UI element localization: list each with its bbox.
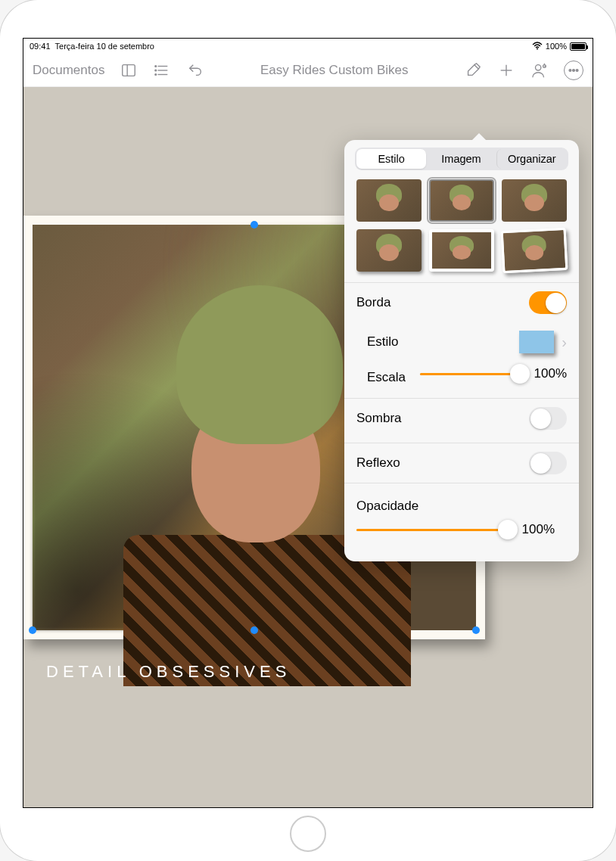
reflection-label: Reflexo	[356, 455, 529, 471]
border-label: Borda	[356, 295, 529, 310]
format-brush-icon[interactable]	[464, 61, 482, 79]
opacity-label-row: Opacidade	[356, 491, 567, 514]
collaborate-icon[interactable]	[530, 61, 549, 79]
style-presets	[344, 179, 579, 278]
tab-style[interactable]: Estilo	[356, 149, 426, 169]
status-bar: 09:41 Terça-feira 10 de setembro 100%	[23, 39, 593, 54]
svg-point-16	[573, 69, 575, 71]
svg-point-17	[576, 69, 578, 71]
opacity-slider[interactable]	[356, 518, 508, 541]
screen: 09:41 Terça-feira 10 de setembro 100% Do…	[23, 38, 593, 808]
format-panel: Estilo Imagem Organizar Borda	[344, 140, 579, 561]
shadow-row: Sombra	[344, 398, 579, 438]
shadow-label: Sombra	[356, 411, 529, 426]
opacity-label: Opacidade	[356, 499, 567, 514]
svg-point-11	[536, 64, 541, 70]
resize-handle[interactable]	[472, 626, 480, 634]
resize-handle[interactable]	[29, 626, 36, 634]
svg-point-6	[155, 65, 157, 67]
preset-6[interactable]	[501, 228, 568, 273]
chevron-right-icon: ›	[562, 334, 567, 351]
battery-percent: 100%	[546, 42, 567, 51]
ipad-frame: 09:41 Terça-feira 10 de setembro 100% Do…	[0, 0, 616, 861]
preset-5[interactable]	[429, 229, 494, 272]
reflection-toggle[interactable]	[529, 452, 567, 474]
document-title[interactable]: Easy Rides Custom Bikes	[219, 63, 449, 78]
status-time: 09:41	[30, 42, 51, 51]
tab-arrange[interactable]: Organizar	[496, 149, 567, 169]
status-date: Terça-feira 10 de setembro	[55, 42, 154, 51]
svg-point-0	[537, 48, 538, 49]
outline-icon[interactable]	[153, 61, 171, 79]
app-toolbar: Documentos Easy Rides Custom Bikes	[23, 54, 593, 87]
border-toggle[interactable]	[529, 291, 567, 314]
scale-slider[interactable]	[420, 362, 520, 385]
shadow-toggle[interactable]	[529, 407, 567, 430]
insert-plus-icon[interactable]	[497, 61, 515, 79]
more-icon[interactable]	[564, 61, 583, 80]
preset-1[interactable]	[356, 179, 422, 222]
documents-back-button[interactable]: Documentos	[33, 63, 104, 78]
preset-4[interactable]	[356, 229, 422, 272]
svg-rect-1	[123, 64, 135, 76]
svg-point-8	[155, 73, 157, 75]
undo-icon[interactable]	[186, 61, 204, 79]
document-canvas[interactable]: DETAIL OBSESSIVES Estilo Imagem Organiza…	[23, 87, 593, 807]
border-row: Borda	[344, 282, 579, 322]
resize-handle[interactable]	[250, 626, 258, 634]
image-caption[interactable]: DETAIL OBSESSIVES	[46, 662, 291, 682]
wifi-icon	[532, 42, 543, 51]
opacity-value: 100%	[515, 522, 555, 537]
preset-2[interactable]	[429, 179, 494, 222]
svg-point-7	[155, 70, 157, 71]
tab-image[interactable]: Imagem	[426, 149, 496, 169]
scale-value: 100%	[527, 366, 567, 381]
panels-icon[interactable]	[120, 61, 138, 79]
scale-slider-row: 100%	[397, 362, 579, 393]
opacity-slider-row: 100%	[356, 514, 567, 549]
border-style-row[interactable]: Estilo ›	[344, 322, 579, 362]
battery-icon	[570, 42, 586, 51]
resize-handle[interactable]	[250, 221, 258, 228]
svg-point-15	[569, 69, 571, 71]
preset-3[interactable]	[502, 179, 567, 222]
format-tabs: Estilo Imagem Organizar	[355, 148, 568, 170]
home-button[interactable]	[290, 816, 326, 852]
border-style-label: Estilo	[367, 334, 519, 350]
reflection-row: Reflexo	[344, 443, 579, 483]
border-style-preview	[519, 331, 554, 353]
